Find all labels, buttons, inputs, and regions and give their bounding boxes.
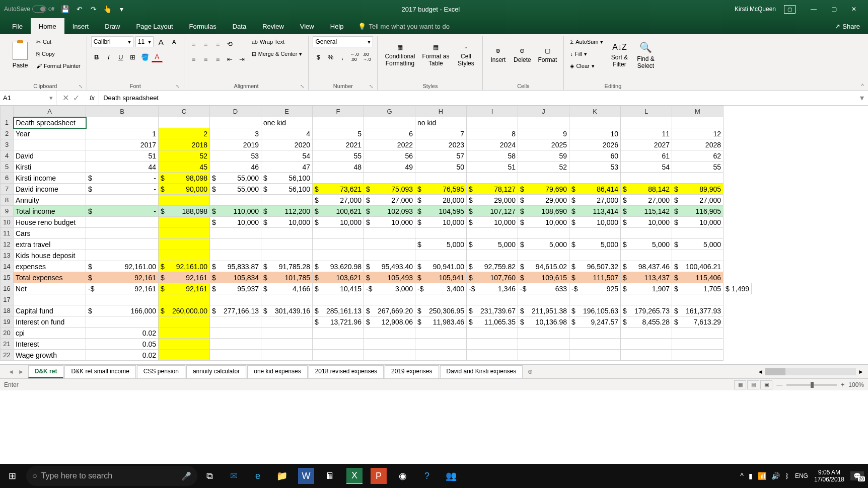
cell[interactable] <box>518 228 569 239</box>
cell[interactable]: $111,507 <box>569 272 621 283</box>
cell[interactable] <box>14 139 86 150</box>
cell[interactable] <box>467 294 518 305</box>
cell[interactable] <box>313 173 364 184</box>
cell[interactable]: 1 <box>86 128 159 139</box>
border-button[interactable]: ⊞ <box>127 51 138 62</box>
cell[interactable]: $196,105.63 <box>569 305 621 316</box>
cell[interactable] <box>210 316 261 328</box>
cell[interactable]: $250,306.95 <box>415 305 467 316</box>
row-header[interactable]: 4 <box>1 150 14 161</box>
cell[interactable] <box>672 328 724 339</box>
cell[interactable]: $112,200 <box>261 206 313 217</box>
cell[interactable]: extra travel <box>14 239 86 250</box>
cell[interactable]: $5,000 <box>467 239 518 250</box>
cell[interactable]: $98,437.46 <box>621 261 672 272</box>
number-launcher-icon[interactable]: ⤡ <box>369 84 373 89</box>
cell[interactable]: $76,595 <box>415 184 467 195</box>
cell[interactable]: 49 <box>364 161 415 173</box>
row-header[interactable]: 5 <box>1 161 14 173</box>
column-header[interactable]: B <box>86 106 159 117</box>
cell[interactable] <box>467 228 518 239</box>
cell[interactable]: $55,000 <box>210 173 261 184</box>
cell[interactable] <box>313 117 364 128</box>
row-header[interactable]: 20 <box>1 328 14 339</box>
cell[interactable]: 2 <box>159 128 210 139</box>
cell[interactable]: 52 <box>518 161 569 173</box>
cell[interactable] <box>415 350 467 361</box>
cell[interactable]: Capital fund <box>14 305 86 316</box>
cell[interactable]: David income <box>14 184 86 195</box>
cell[interactable] <box>210 228 261 239</box>
cell[interactable]: 60 <box>569 150 621 161</box>
column-header[interactable]: D <box>210 106 261 117</box>
user-name[interactable]: Kirsti McQueen <box>735 6 776 13</box>
comma-button[interactable]: , <box>337 51 348 62</box>
cell[interactable]: Interest on fund <box>14 316 86 328</box>
cell[interactable]: $56,100 <box>261 184 313 195</box>
decrease-font-icon[interactable]: A <box>169 36 180 47</box>
align-top-icon[interactable]: ≡ <box>188 38 199 49</box>
cell[interactable]: 2017 <box>86 139 159 150</box>
conditional-formatting-button[interactable]: ▦Conditional Formatting <box>382 36 418 74</box>
cell[interactable]: $10,000 <box>569 217 621 228</box>
cell[interactable] <box>518 350 569 361</box>
cell[interactable] <box>210 350 261 361</box>
task-view-button[interactable]: ⧉ <box>197 464 222 488</box>
page-break-view-button[interactable]: ▣ <box>760 380 772 389</box>
cell[interactable] <box>415 228 467 239</box>
cell[interactable] <box>86 316 159 328</box>
cell[interactable] <box>86 195 159 206</box>
row-header[interactable]: 11 <box>1 228 14 239</box>
cut-button[interactable]: ✂Cut <box>34 36 83 47</box>
row-header[interactable]: 7 <box>1 184 14 195</box>
cell[interactable]: $27,000 <box>569 195 621 206</box>
cell[interactable] <box>672 339 724 350</box>
taskbar-clock[interactable]: 9:05 AM 17/06/2018 <box>814 469 844 483</box>
column-header[interactable]: G <box>364 106 415 117</box>
cell[interactable]: $8,455.28 <box>621 316 672 328</box>
cell[interactable]: $101,785 <box>261 272 313 283</box>
cell[interactable] <box>415 328 467 339</box>
tell-me-search[interactable]: 💡 Tell me what you want to do <box>358 23 450 30</box>
autosum-button[interactable]: ΣAutoSum▾ <box>568 36 605 47</box>
cell[interactable]: 11 <box>621 128 672 139</box>
cell[interactable] <box>261 250 313 261</box>
cell[interactable] <box>518 339 569 350</box>
row-header[interactable]: 12 <box>1 239 14 250</box>
cell[interactable]: 2021 <box>313 139 364 150</box>
new-sheet-button[interactable]: ⊕ <box>524 368 537 375</box>
cell[interactable]: $92,161 <box>159 283 210 294</box>
cell[interactable] <box>569 339 621 350</box>
sort-filter-button[interactable]: A↓ZSort & Filter <box>607 36 631 74</box>
cell[interactable]: $11,065.35 <box>467 316 518 328</box>
column-header[interactable]: J <box>518 106 569 117</box>
cell[interactable]: $92,161 <box>159 272 210 283</box>
align-left-icon[interactable]: ≡ <box>188 53 199 64</box>
cell[interactable]: $56,100 <box>261 173 313 184</box>
cell[interactable] <box>672 117 724 128</box>
cell[interactable]: $10,000 <box>467 217 518 228</box>
select-all-corner[interactable] <box>1 106 14 117</box>
word-icon[interactable]: W <box>298 468 314 484</box>
cell[interactable] <box>518 117 569 128</box>
tab-review[interactable]: Review <box>254 18 292 34</box>
merge-center-button[interactable]: ⊟Merge & Center▾ <box>250 48 305 59</box>
format-painter-button[interactable]: 🖌Format Painter <box>34 60 83 71</box>
cell[interactable]: $161,377.93 <box>672 305 724 316</box>
excel-icon[interactable]: X <box>346 468 363 484</box>
zoom-out-button[interactable]: — <box>776 381 782 388</box>
cell[interactable] <box>621 328 672 339</box>
cell[interactable] <box>261 350 313 361</box>
currency-button[interactable]: $ <box>313 51 324 62</box>
align-bottom-icon[interactable]: ≡ <box>212 38 224 49</box>
cell[interactable]: $95,937 <box>210 283 261 294</box>
cell[interactable]: 56 <box>364 150 415 161</box>
row-header[interactable]: 16 <box>1 283 14 294</box>
cell[interactable]: 2023 <box>415 139 467 150</box>
sheet-tab[interactable]: D&K ret <box>28 365 64 378</box>
cell[interactable]: $5,000 <box>569 239 621 250</box>
row-header[interactable]: 8 <box>1 195 14 206</box>
cell[interactable]: $285,161.13 <box>313 305 364 316</box>
cell[interactable]: Net <box>14 283 86 294</box>
cell[interactable]: 51 <box>86 150 159 161</box>
